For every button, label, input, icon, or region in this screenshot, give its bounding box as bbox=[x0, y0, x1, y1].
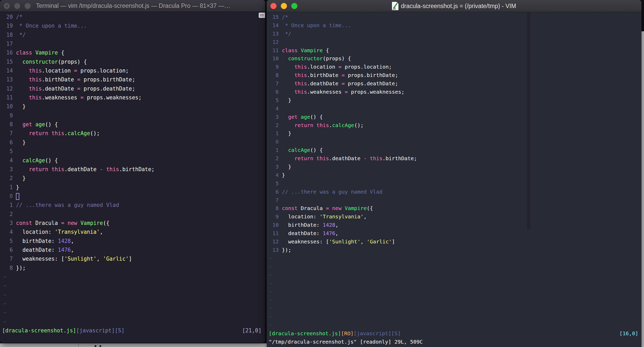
code-line: 12 bbox=[267, 38, 641, 46]
line-number: 7 bbox=[269, 80, 279, 88]
line-number: 12 bbox=[3, 84, 13, 93]
tilde-row: ~ bbox=[267, 254, 641, 263]
line-number: 13 bbox=[3, 75, 13, 84]
line-number: 10 bbox=[269, 221, 279, 229]
code-line: 3 } bbox=[267, 163, 641, 171]
code-line: 13 this.birthDate = props.birthDate; bbox=[0, 75, 265, 84]
code-line: 2 bbox=[0, 210, 265, 219]
code-line: 5 bbox=[267, 180, 641, 188]
line-number: 7 bbox=[269, 196, 279, 205]
code-line: 7 weaknesses: ['Sunlight', 'Garlic'] bbox=[0, 254, 265, 263]
code-line: 1 } bbox=[267, 129, 641, 138]
line-number: 6 bbox=[269, 188, 279, 196]
line-number: 20 bbox=[3, 13, 13, 21]
line-number: 11 bbox=[3, 93, 13, 102]
line-number: 17 bbox=[3, 39, 13, 48]
code-line: 8const Dracula = new Vampire({ bbox=[267, 204, 641, 213]
code-line: 10 birthDate: 1428, bbox=[267, 221, 641, 229]
window-title: dracula-screenshot.js = (/private/tmp) -… bbox=[401, 3, 516, 10]
background-divider bbox=[78, 343, 79, 347]
code-line: 11 deathDate: 1476, bbox=[267, 229, 641, 238]
line-number: 3 bbox=[3, 165, 13, 174]
line-number: 2 bbox=[3, 174, 13, 183]
code-line: 6// ...there was a guy named Vlad bbox=[267, 188, 641, 196]
line-number: 3 bbox=[3, 219, 13, 228]
line-number: 1 bbox=[269, 146, 279, 154]
tilde-row: ~ bbox=[267, 279, 641, 288]
terminal-titlebar[interactable]: Terminal — vim /tmp/dracula-screenshot.j… bbox=[0, 0, 265, 12]
line-number: 1 bbox=[3, 201, 13, 210]
line-number: 6 bbox=[269, 88, 279, 96]
line-number: 9 bbox=[3, 111, 13, 120]
tilde-row: ~ bbox=[0, 281, 265, 290]
code-line: 11 this.weaknesses = props.weaknesses; bbox=[0, 93, 265, 102]
line-number: 12 bbox=[269, 38, 279, 46]
code-line: 12 weaknesses: ['Sunlight', 'Garlic'] bbox=[267, 238, 641, 246]
line-number: 9 bbox=[269, 63, 279, 71]
line-number: 7 bbox=[3, 254, 13, 263]
code-line: 3const Dracula = new Vampire({ bbox=[0, 219, 265, 228]
line-number: 8 bbox=[269, 204, 279, 213]
vim-statusline: [dracula-screenshot.js][RO][javascript][… bbox=[267, 329, 641, 338]
code-line: 10 } bbox=[0, 102, 265, 111]
tilde-row: ~ bbox=[0, 299, 265, 308]
line-number: 6 bbox=[3, 246, 13, 254]
line-number: 5 bbox=[3, 237, 13, 246]
code-line: 3 return this.deathDate - this.birthDate… bbox=[0, 165, 265, 174]
tilde-row: ~ bbox=[0, 308, 265, 317]
code-line: 19 * Once upon a time... bbox=[0, 21, 265, 30]
code-line: 5 } bbox=[267, 96, 641, 105]
code-line: 0 bbox=[267, 138, 641, 146]
code-line: 4 bbox=[267, 105, 641, 113]
code-line: 9 bbox=[0, 111, 265, 120]
line-number: 5 bbox=[3, 147, 13, 156]
tilde-row: ~ bbox=[267, 321, 641, 329]
code-line: 6 deathDate: 1476, bbox=[0, 246, 265, 254]
code-line: 1// ...there was a guy named Vlad bbox=[0, 201, 265, 210]
vim-statusline: [dracula-screenshot.js][javascript][S] [… bbox=[0, 326, 265, 335]
code-line: 8 get age() { bbox=[0, 120, 265, 129]
line-number: 19 bbox=[3, 21, 13, 30]
line-number: 18 bbox=[3, 31, 13, 39]
macvim-titlebar[interactable]: JS dracula-screenshot.js = (/private/tmp… bbox=[267, 0, 641, 12]
line-number: 2 bbox=[269, 154, 279, 163]
statusline-file-info: [dracula-screenshot.js][javascript][S] bbox=[2, 326, 124, 335]
tilde-row: ~ bbox=[267, 263, 641, 271]
code-line: 12 this.deathDate = props.deathDate; bbox=[0, 84, 265, 93]
code-line: 4 calcAge() { bbox=[0, 156, 265, 165]
code-line: 6 this.weaknesses = props.weaknesses; bbox=[267, 88, 641, 96]
js-file-badge: JS bbox=[392, 7, 396, 10]
line-number: 1 bbox=[269, 129, 279, 138]
macvim-window[interactable]: JS dracula-screenshot.js = (/private/tmp… bbox=[267, 0, 641, 347]
vim-commandline bbox=[0, 335, 265, 343]
code-line: 1} bbox=[0, 183, 265, 192]
code-line: 5 bbox=[0, 147, 265, 156]
code-line: 11class Vampire { bbox=[267, 46, 641, 55]
line-number: 6 bbox=[3, 138, 13, 147]
document-proxy-icon[interactable]: JS bbox=[392, 2, 398, 10]
editor-right[interactable]: 15/*14 * Once upon a time...13 */1211cla… bbox=[267, 13, 641, 329]
code-line: 6 } bbox=[0, 138, 265, 147]
code-line: 16class Vampire { bbox=[0, 48, 265, 57]
line-number: 13 bbox=[269, 30, 279, 38]
line-number: 3 bbox=[269, 163, 279, 171]
terminal-vim-window[interactable]: Terminal — vim /tmp/dracula-screenshot.j… bbox=[0, 0, 265, 343]
zoom-button[interactable] bbox=[25, 3, 31, 9]
close-button[interactable] bbox=[4, 3, 10, 9]
code-line: 7 return this.calcAge(); bbox=[0, 129, 265, 138]
line-number: 15 bbox=[3, 57, 13, 66]
line-number: 14 bbox=[3, 66, 13, 75]
tilde-row: ~ bbox=[267, 288, 641, 296]
editor-left[interactable]: 20/*19 * Once upon a time...18 */1716cla… bbox=[0, 13, 265, 326]
background-clipped-text: H bbox=[94, 344, 102, 347]
code-line: 9 this.location = props.location; bbox=[267, 63, 641, 71]
tilde-row: ~ bbox=[0, 272, 265, 281]
line-number: 1 bbox=[3, 183, 13, 192]
code-line: 7 bbox=[267, 196, 641, 205]
tilde-row: ~ bbox=[267, 313, 641, 321]
code-line: 7 this.deathDate = props.deathDate; bbox=[267, 80, 641, 88]
code-line: 13 */ bbox=[267, 30, 641, 38]
line-number: 16 bbox=[3, 48, 13, 57]
minimize-button[interactable] bbox=[14, 3, 20, 9]
code-line: 3 get age() { bbox=[267, 113, 641, 121]
